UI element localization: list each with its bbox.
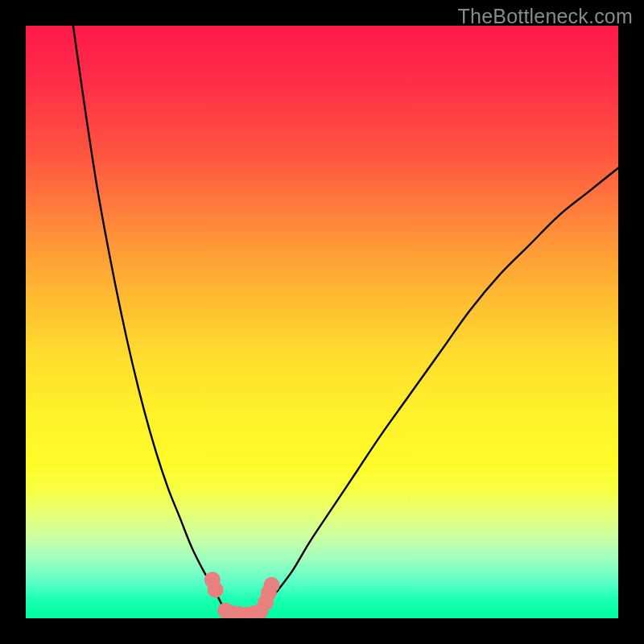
chart-stage: TheBottleneck.com <box>0 0 644 644</box>
watermark-text: TheBottleneck.com <box>458 5 633 28</box>
series-right-curve <box>262 168 618 613</box>
series-left-curve <box>73 26 227 613</box>
marker-point <box>263 577 279 593</box>
plot-area <box>26 26 618 618</box>
curves-layer <box>26 26 618 618</box>
marker-point <box>208 582 224 598</box>
